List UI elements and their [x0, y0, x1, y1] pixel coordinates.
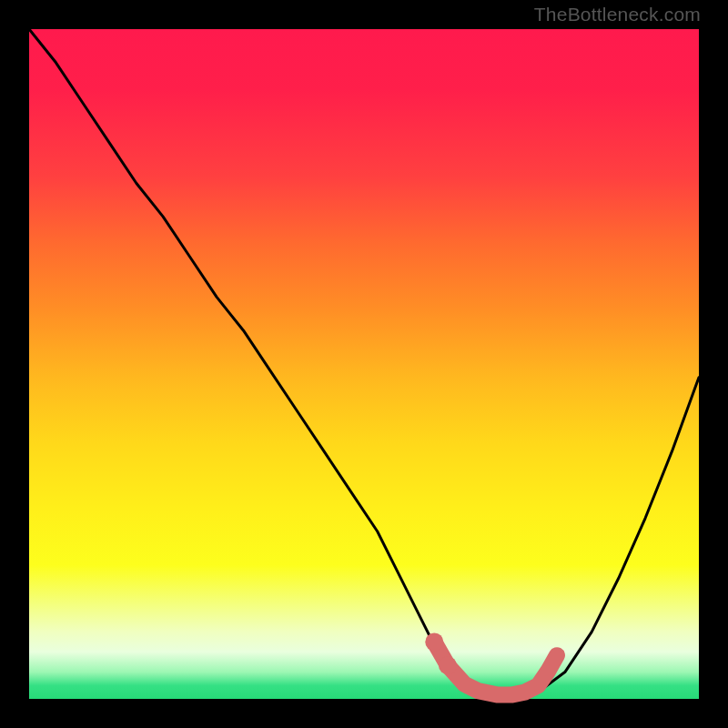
- highlight-dot: [439, 656, 457, 674]
- watermark-text: TheBottleneck.com: [534, 4, 701, 25]
- chart-stage: TheBottleneck.com: [0, 0, 728, 728]
- highlight-dot: [425, 632, 443, 651]
- chart-svg: [29, 29, 699, 699]
- bottleneck-curve: [29, 29, 699, 695]
- plot-area: [29, 29, 699, 699]
